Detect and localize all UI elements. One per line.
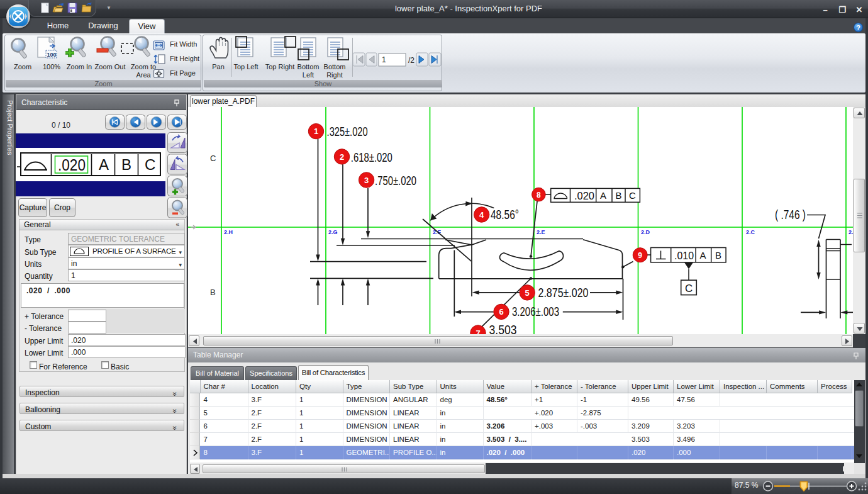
svg-text:B: B bbox=[616, 190, 622, 201]
svg-text:9: 9 bbox=[638, 251, 642, 260]
svg-text:A: A bbox=[99, 156, 109, 173]
svg-text:2.D: 2.D bbox=[641, 229, 650, 235]
svg-text:B: B bbox=[210, 288, 216, 297]
svg-text:2.G: 2.G bbox=[328, 229, 338, 235]
svg-text:7: 7 bbox=[476, 328, 480, 334]
svg-text:.618±.020: .618±.020 bbox=[351, 150, 392, 164]
svg-text:2.: 2. bbox=[849, 229, 853, 235]
svg-text:2.H: 2.H bbox=[224, 229, 233, 235]
svg-text:4: 4 bbox=[479, 210, 484, 220]
svg-text:5: 5 bbox=[525, 288, 530, 298]
svg-text:3: 3 bbox=[364, 176, 369, 185]
svg-text:2.C: 2.C bbox=[746, 229, 755, 235]
svg-text:2.875±.020: 2.875±.020 bbox=[538, 286, 589, 300]
svg-text:48.56°: 48.56° bbox=[491, 208, 519, 222]
svg-text:.020: .020 bbox=[574, 190, 594, 201]
svg-text:C: C bbox=[145, 156, 155, 173]
svg-text:3.206±.003: 3.206±.003 bbox=[512, 305, 559, 318]
svg-text:/2: /2 bbox=[408, 56, 415, 65]
svg-text:C: C bbox=[629, 190, 636, 201]
svg-text:B: B bbox=[715, 250, 721, 261]
svg-text:3.503: 3.503 bbox=[489, 323, 517, 335]
svg-text:.010: .010 bbox=[674, 250, 694, 261]
svg-text:.750±.020: .750±.020 bbox=[375, 174, 416, 188]
svg-text:2.E: 2.E bbox=[537, 229, 545, 235]
svg-text:.020: .020 bbox=[58, 155, 86, 174]
svg-text:A: A bbox=[600, 190, 606, 201]
svg-text:B: B bbox=[121, 156, 131, 173]
svg-text:.325±.020: .325±.020 bbox=[327, 125, 368, 138]
svg-text:2: 2 bbox=[340, 152, 344, 162]
svg-text:100: 100 bbox=[47, 52, 57, 58]
svg-text:6: 6 bbox=[499, 307, 503, 317]
svg-text:1: 1 bbox=[382, 55, 386, 64]
svg-text:1: 1 bbox=[314, 126, 318, 136]
svg-text:C: C bbox=[210, 154, 216, 163]
svg-text:8: 8 bbox=[537, 191, 541, 199]
svg-text:C: C bbox=[685, 283, 693, 295]
svg-text:( .746 ): ( .746 ) bbox=[775, 208, 806, 222]
svg-text:A: A bbox=[700, 250, 706, 261]
